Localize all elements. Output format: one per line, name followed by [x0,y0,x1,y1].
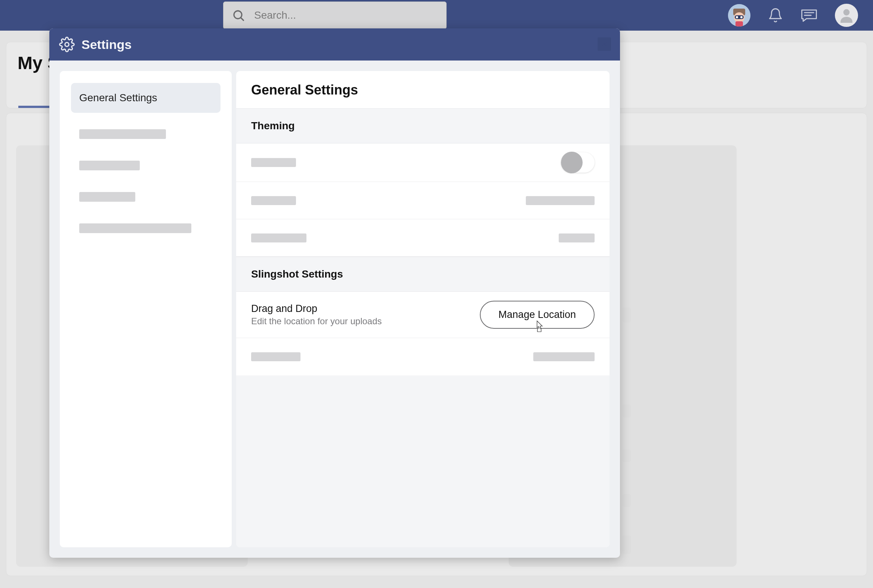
setting-label-skeleton [251,352,301,361]
setting-label-skeleton [251,196,296,205]
sidebar-item-label: General Settings [79,92,157,104]
assistant-avatar[interactable] [728,4,750,27]
settings-content: General Settings Theming Slingshot Setti… [236,71,610,547]
setting-label-skeleton [251,158,296,167]
theming-row-toggle [236,144,610,182]
theming-row-skeleton [236,182,610,219]
svg-point-7 [740,16,742,18]
search-icon [232,9,245,22]
content-empty-area [236,375,610,547]
modal-header: Settings [49,28,620,60]
global-search[interactable] [223,2,446,29]
close-icon [601,40,608,48]
user-avatar[interactable] [835,4,858,27]
manage-location-button[interactable]: Manage Location [480,301,595,329]
sidebar-item-general-settings[interactable]: General Settings [71,83,221,113]
section-header-slingshot: Slingshot Settings [236,256,610,292]
content-title: General Settings [236,71,610,108]
setting-value-skeleton [526,196,595,205]
sidebar-item-skeleton [79,160,140,170]
svg-point-11 [843,9,850,16]
section-header-theming: Theming [236,108,610,144]
search-input[interactable] [254,9,438,21]
svg-rect-8 [735,21,743,27]
theming-row-skeleton [236,219,610,256]
settings-sidebar: General Settings [60,71,232,547]
theme-toggle[interactable] [561,152,595,172]
top-navbar [0,0,873,31]
sidebar-item-skeleton [79,224,191,233]
bg-decor [622,494,631,507]
bg-decor [622,449,631,462]
slingshot-row-skeleton [236,338,610,375]
sidebar-item-skeleton [79,192,135,202]
active-tab-indicator [18,106,50,108]
bg-decor [622,536,631,554]
toggle-knob [561,152,583,173]
svg-point-6 [736,16,738,18]
sidebar-item-skeleton [79,129,166,139]
drag-drop-subtitle: Edit the location for your uploads [251,316,382,327]
drag-and-drop-row: Drag and Drop Edit the location for your… [236,292,610,338]
settings-modal: Settings General Settings General Settin… [49,28,620,558]
setting-value-skeleton [559,234,595,243]
bg-decor [622,405,631,417]
notifications-icon[interactable] [768,7,783,24]
setting-label-skeleton [251,234,307,243]
close-button[interactable] [598,38,611,51]
setting-value-skeleton [533,352,595,361]
svg-point-12 [65,43,69,47]
modal-title: Settings [81,38,132,52]
svg-line-1 [241,18,243,21]
gear-icon [59,37,75,52]
chat-icon[interactable] [801,8,818,23]
drag-drop-title: Drag and Drop [251,303,382,315]
bg-decor [622,308,631,322]
